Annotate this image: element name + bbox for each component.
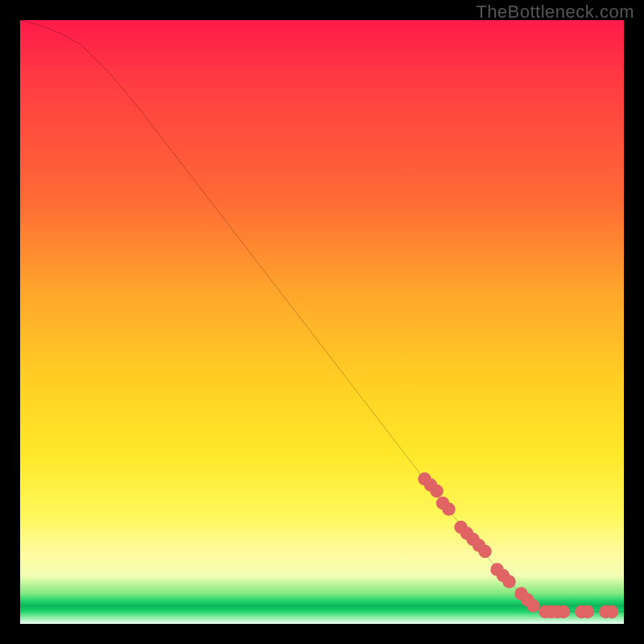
marker-dot	[581, 605, 595, 619]
marker-dot	[526, 599, 540, 613]
bottleneck-curve-path	[20, 20, 624, 612]
marker-group	[418, 473, 618, 619]
marker-dot	[478, 545, 492, 559]
marker-dot	[605, 605, 619, 619]
chart-frame: TheBottleneck.com	[0, 0, 644, 644]
marker-dot	[502, 575, 516, 588]
watermark-text: TheBottleneck.com	[476, 2, 634, 23]
plot-area	[20, 20, 624, 624]
curve-layer	[20, 20, 624, 624]
marker-dot	[430, 485, 444, 498]
marker-dot	[442, 502, 456, 516]
marker-dot	[557, 605, 571, 619]
